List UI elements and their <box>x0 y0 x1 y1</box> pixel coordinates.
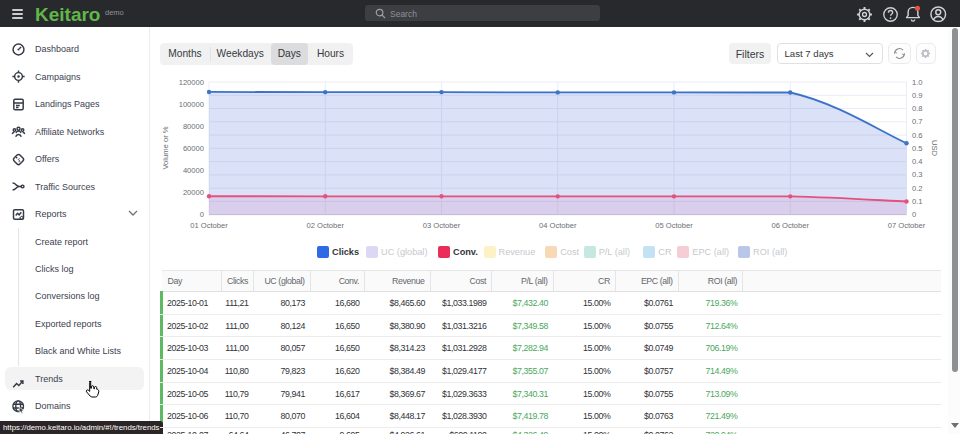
svg-text:06 October: 06 October <box>771 221 809 230</box>
svg-text:0.2: 0.2 <box>912 184 923 193</box>
svg-text:0.6: 0.6 <box>912 131 923 140</box>
svg-text:0.4: 0.4 <box>912 157 923 166</box>
svg-text:0.9: 0.9 <box>912 91 923 100</box>
svg-text:02 October: 02 October <box>306 221 344 230</box>
svg-text:0: 0 <box>200 210 204 219</box>
svg-text:07 October: 07 October <box>888 221 926 230</box>
svg-text:05 October: 05 October <box>655 221 693 230</box>
svg-text:01 October: 01 October <box>190 221 228 230</box>
svg-text:04 October: 04 October <box>539 221 577 230</box>
svg-text:100000: 100000 <box>179 100 204 109</box>
svg-text:80000: 80000 <box>183 122 204 131</box>
svg-text:USD: USD <box>930 140 939 157</box>
svg-text:20000: 20000 <box>183 188 204 197</box>
svg-text:0.3: 0.3 <box>912 170 923 179</box>
svg-text:0.5: 0.5 <box>912 144 923 153</box>
svg-text:60000: 60000 <box>183 144 204 153</box>
svg-text:1.0: 1.0 <box>912 78 923 87</box>
svg-text:Volume or %: Volume or % <box>161 126 170 169</box>
svg-text:0.8: 0.8 <box>912 104 923 113</box>
svg-text:0.1: 0.1 <box>912 197 923 206</box>
svg-text:0: 0 <box>912 210 916 219</box>
svg-text:03 October: 03 October <box>423 221 461 230</box>
svg-text:40000: 40000 <box>183 166 204 175</box>
svg-text:0.7: 0.7 <box>912 117 923 126</box>
svg-text:120000: 120000 <box>179 78 204 87</box>
